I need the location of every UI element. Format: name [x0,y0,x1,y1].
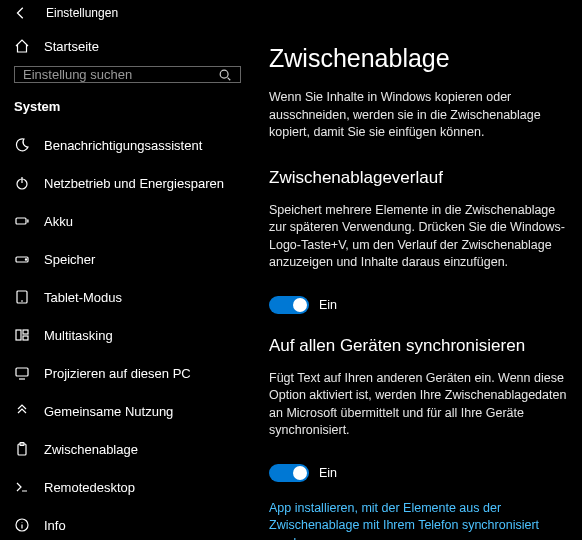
sidebar-item-shared[interactable]: Gemeinsame Nutzung [0,392,255,430]
moon-icon [14,137,30,153]
history-desc: Speichert mehrere Elemente in die Zwisch… [269,202,570,272]
content-pane: Zwischenablage Wenn Sie Inhalte in Windo… [255,22,582,540]
sidebar-item-projecting[interactable]: Projizieren auf diesen PC [0,354,255,392]
search-input[interactable] [23,67,218,82]
sidebar-item-label: Projizieren auf diesen PC [44,366,191,381]
back-button[interactable] [14,6,28,20]
sidebar-home-label: Startseite [44,39,99,54]
svg-point-0 [220,70,228,78]
remote-icon [14,479,30,495]
sidebar-item-label: Info [44,518,66,533]
window-title: Einstellungen [46,6,118,20]
sidebar-item-label: Akku [44,214,73,229]
sidebar-nav: Benachrichtigungsassistent Netzbetrieb u… [0,126,255,540]
battery-icon [14,213,30,229]
page-intro: Wenn Sie Inhalte in Windows kopieren ode… [269,89,570,142]
clipboard-icon [14,441,30,457]
sync-desc: Fügt Text auf Ihren anderen Geräten ein.… [269,370,570,440]
sidebar-item-label: Gemeinsame Nutzung [44,404,173,419]
arrow-left-icon [14,6,28,20]
sidebar-item-focus-assist[interactable]: Benachrichtigungsassistent [0,126,255,164]
sidebar-item-remote[interactable]: Remotedesktop [0,468,255,506]
sidebar-item-about[interactable]: Info [0,506,255,540]
svg-rect-2 [16,218,26,224]
sync-app-install-link[interactable]: App installieren, mit der Elemente aus d… [269,500,570,541]
info-icon [14,517,30,533]
sidebar-category: System [0,89,255,120]
sidebar-item-clipboard[interactable]: Zwischenablage [0,430,255,468]
sidebar-item-storage[interactable]: Speicher [0,240,255,278]
sidebar-item-multitasking[interactable]: Multitasking [0,316,255,354]
sidebar-item-label: Remotedesktop [44,480,135,495]
svg-rect-9 [16,368,28,376]
history-toggle[interactable] [269,296,309,314]
sidebar-item-label: Netzbetrieb und Energiesparen [44,176,224,191]
history-toggle-label: Ein [319,298,337,312]
sidebar-item-label: Zwischenablage [44,442,138,457]
sidebar-item-battery[interactable]: Akku [0,202,255,240]
sync-toggle-label: Ein [319,466,337,480]
page-title: Zwischenablage [269,44,570,73]
svg-rect-7 [23,330,28,334]
sidebar: Startseite System Benachrichtigungsassis… [0,22,255,540]
sidebar-item-power[interactable]: Netzbetrieb und Energiesparen [0,164,255,202]
share-icon [14,403,30,419]
sidebar-item-label: Tablet-Modus [44,290,122,305]
sidebar-item-label: Multitasking [44,328,113,343]
svg-rect-8 [23,336,28,340]
search-icon [218,68,232,82]
sidebar-home[interactable]: Startseite [0,28,255,64]
storage-icon [14,251,30,267]
project-icon [14,365,30,381]
sync-section-title: Auf allen Geräten synchronisieren [269,336,570,356]
multitasking-icon [14,327,30,343]
sidebar-item-label: Speicher [44,252,95,267]
svg-rect-6 [16,330,21,340]
sidebar-item-tablet[interactable]: Tablet-Modus [0,278,255,316]
svg-point-4 [25,259,26,260]
sync-toggle[interactable] [269,464,309,482]
history-section-title: Zwischenablageverlauf [269,168,570,188]
sidebar-item-label: Benachrichtigungsassistent [44,138,202,153]
tablet-icon [14,289,30,305]
home-icon [14,38,30,54]
power-icon [14,175,30,191]
search-input-wrap[interactable] [14,66,241,83]
